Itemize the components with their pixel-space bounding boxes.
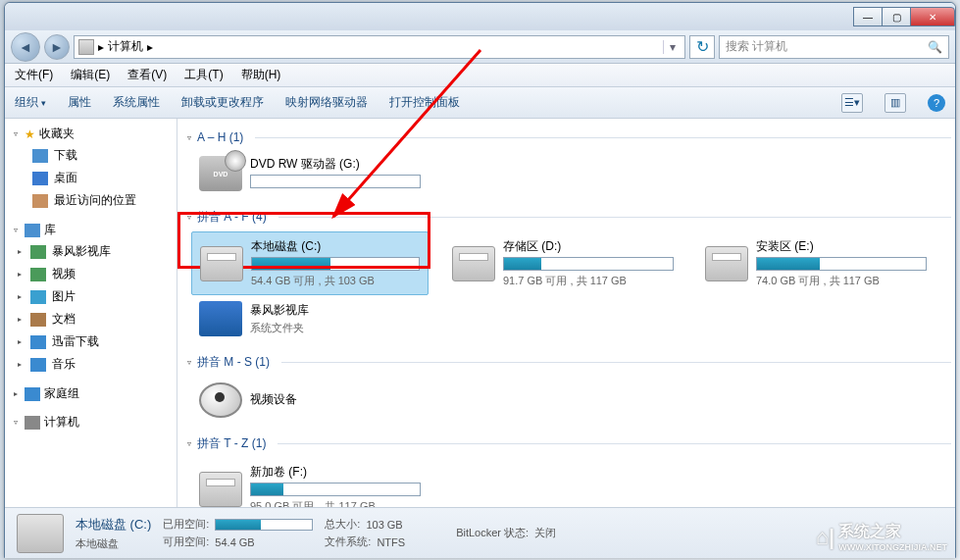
help-button[interactable]: ?	[928, 94, 945, 112]
dvd-drive-icon: DVD	[199, 156, 242, 191]
preview-pane-button[interactable]: ▥	[884, 93, 906, 113]
status-used-bar	[215, 519, 313, 531]
drive-item[interactable]: 本地磁盘 (C:)54.4 GB 可用 , 共 103 GB	[191, 231, 429, 295]
status-fs-label: 文件系统:	[325, 535, 371, 549]
toolbar-control-panel[interactable]: 打开控制面板	[389, 94, 460, 111]
group-items: 新加卷 (F:)95.0 GB 可用，共 117 GB	[183, 456, 955, 507]
menu-bar: 文件(F) 编辑(E) 查看(V) 工具(T) 帮助(H)	[5, 64, 955, 87]
breadcrumb-computer[interactable]: 计算机	[108, 38, 143, 55]
sidebar-item-downloads[interactable]: 下载	[5, 144, 177, 167]
toolbar-uninstall[interactable]: 卸载或更改程序	[181, 94, 264, 111]
drive-item[interactable]: 安装区 (E:)74.0 GB 可用 , 共 117 GB	[697, 231, 935, 295]
sidebar-item-desktop[interactable]: 桌面	[5, 167, 177, 189]
drive-name: 安装区 (E:)	[756, 238, 927, 255]
drive-detail: 系统文件夹	[250, 321, 421, 335]
hdd-icon	[200, 246, 243, 281]
close-button[interactable]: ✕	[910, 7, 955, 26]
drive-item[interactable]: DVDDVD RW 驱动器 (G:)	[191, 150, 429, 197]
back-button[interactable]: ◄	[11, 32, 40, 62]
drive-detail: 54.4 GB 可用 , 共 103 GB	[251, 274, 420, 288]
toolbar-properties[interactable]: 属性	[68, 94, 91, 111]
navigation-bar: ◄ ► ▸ 计算机 ▸ ▾ ↻ 搜索 计算机 🔍	[5, 30, 955, 64]
status-free-value: 54.4 GB	[215, 536, 254, 548]
usage-bar	[250, 175, 421, 188]
menu-edit[interactable]: 编辑(E)	[71, 67, 110, 83]
group-header[interactable]: ▿拼音 A - F (4)	[183, 203, 955, 229]
sidebar-item-recent[interactable]: 最近访问的位置	[5, 189, 177, 212]
sidebar-favorites-header[interactable]: ▿★收藏夹	[5, 124, 177, 144]
forward-button[interactable]: ►	[44, 34, 70, 60]
sidebar-homegroup-header[interactable]: ▸家庭组	[5, 383, 177, 404]
search-input[interactable]: 搜索 计算机 🔍	[719, 35, 949, 59]
group-header[interactable]: ▿A – H (1)	[183, 125, 955, 148]
toolbar: 组织 属性 系统属性 卸载或更改程序 映射网络驱动器 打开控制面板 ☰▾ ▥ ?	[5, 87, 955, 119]
status-bitlocker-value: 关闭	[534, 526, 556, 540]
view-mode-button[interactable]: ☰▾	[841, 93, 863, 113]
status-total-label: 总大小:	[325, 517, 360, 532]
search-placeholder: 搜索 计算机	[726, 38, 787, 55]
status-drive-icon	[17, 514, 64, 553]
menu-help[interactable]: 帮助(H)	[241, 67, 281, 83]
sidebar-item-pictures[interactable]: ▸图片	[5, 285, 177, 308]
drive-name: 存储区 (D:)	[503, 238, 674, 255]
sidebar-item-music[interactable]: ▸音乐	[5, 353, 177, 376]
menu-view[interactable]: 查看(V)	[127, 67, 167, 83]
drive-name: 视频设备	[250, 391, 421, 408]
address-dropdown[interactable]: ▾	[663, 40, 681, 54]
group-items: 本地磁盘 (C:)54.4 GB 可用 , 共 103 GB存储区 (D:)91…	[183, 229, 955, 348]
drive-item[interactable]: 暴风影视库系统文件夹	[191, 295, 429, 342]
menu-tools[interactable]: 工具(T)	[184, 67, 223, 83]
hdd-icon	[199, 472, 242, 507]
webcam-icon	[199, 382, 242, 418]
drive-item[interactable]: 存储区 (D:)91.7 GB 可用 , 共 117 GB	[444, 231, 682, 295]
computer-icon	[78, 39, 94, 55]
usage-bar	[756, 257, 927, 271]
menu-file[interactable]: 文件(F)	[15, 67, 53, 83]
status-total-value: 103 GB	[366, 519, 402, 531]
sidebar-item-xunlei[interactable]: ▸迅雷下载	[5, 331, 177, 353]
minimize-button[interactable]: —	[853, 7, 883, 26]
status-bitlocker-label: BitLocker 状态:	[456, 526, 529, 540]
group-items: 视频设备	[183, 375, 955, 430]
group-header[interactable]: ▿拼音 T - Z (1)	[183, 430, 955, 456]
status-drive-type: 本地磁盘	[76, 536, 151, 551]
folder-icon	[199, 301, 242, 336]
search-icon[interactable]: 🔍	[928, 40, 942, 54]
status-drive-name: 本地磁盘 (C:)	[76, 516, 151, 534]
toolbar-system-properties[interactable]: 系统属性	[113, 94, 160, 111]
sidebar-item-videos[interactable]: ▸视频	[5, 263, 177, 285]
refresh-button[interactable]: ↻	[689, 35, 715, 59]
status-free-label: 可用空间:	[163, 535, 209, 549]
drive-item[interactable]: 新加卷 (F:)95.0 GB 可用，共 117 GB	[191, 458, 429, 507]
breadcrumb-sep: ▸	[147, 40, 153, 54]
sidebar-item-documents[interactable]: ▸文档	[5, 308, 177, 331]
titlebar: — ▢ ✕	[5, 3, 955, 30]
breadcrumb-sep: ▸	[98, 40, 104, 54]
explorer-window: — ▢ ✕ ◄ ► ▸ 计算机 ▸ ▾ ↻ 搜索 计算机 🔍 文件(F) 编辑(…	[4, 2, 956, 558]
toolbar-organize[interactable]: 组织	[15, 94, 46, 111]
toolbar-map-drive[interactable]: 映射网络驱动器	[285, 94, 368, 111]
status-bar: 本地磁盘 (C:) 本地磁盘 已用空间: 可用空间:54.4 GB 总大小:10…	[5, 507, 955, 558]
sidebar-computer-header[interactable]: ▿计算机	[5, 412, 177, 433]
watermark: ⌂| 系统之家WWW.XITONGZHIJIA.NET	[816, 522, 947, 552]
drive-name: DVD RW 驱动器 (G:)	[250, 156, 421, 173]
address-bar[interactable]: ▸ 计算机 ▸ ▾	[74, 35, 685, 59]
maximize-button[interactable]: ▢	[882, 7, 911, 26]
drive-name: 本地磁盘 (C:)	[251, 238, 420, 255]
drive-detail: 95.0 GB 可用，共 117 GB	[250, 499, 421, 507]
usage-bar	[251, 257, 420, 271]
content-pane: ▿A – H (1)DVDDVD RW 驱动器 (G:)▿拼音 A - F (4…	[177, 119, 955, 507]
drive-name: 新加卷 (F:)	[250, 464, 421, 481]
status-fs-value: NTFS	[377, 536, 405, 548]
hdd-icon	[705, 246, 748, 281]
status-used-label: 已用空间:	[163, 517, 209, 532]
drive-item[interactable]: 视频设备	[191, 377, 429, 424]
drive-detail: 91.7 GB 可用 , 共 117 GB	[503, 274, 674, 288]
sidebar-library-header[interactable]: ▿库	[5, 220, 177, 240]
sidebar-item-baofeng[interactable]: ▸暴风影视库	[5, 240, 177, 263]
drive-detail: 74.0 GB 可用 , 共 117 GB	[756, 274, 927, 288]
hdd-icon	[452, 246, 495, 281]
usage-bar	[503, 257, 674, 271]
group-header[interactable]: ▿拼音 M - S (1)	[183, 348, 955, 375]
group-items: DVDDVD RW 驱动器 (G:)	[183, 148, 955, 203]
